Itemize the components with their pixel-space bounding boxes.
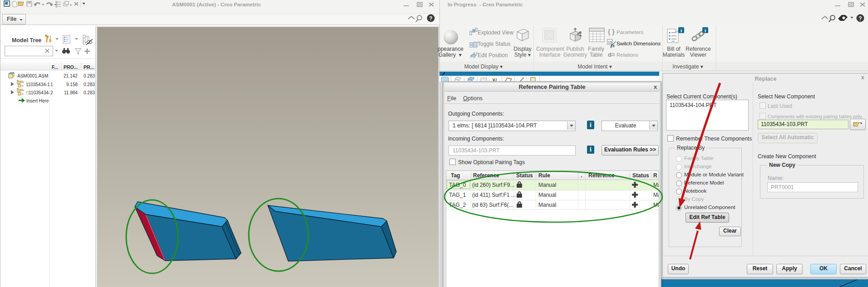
svg-text:i: i [681,28,682,33]
svg-text:fx: fx [611,43,615,48]
svg-text:?: ? [429,15,432,22]
svg-text:?: ? [858,15,862,22]
svg-text:i: i [705,28,706,33]
